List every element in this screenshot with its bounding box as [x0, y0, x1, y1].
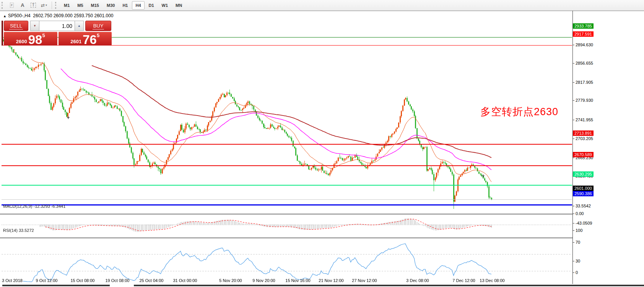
dropdown-caret-icon: ▾ [46, 3, 47, 7]
axis-tick-mark [573, 223, 574, 223]
timeframe-button-mn[interactable]: MN [172, 1, 185, 10]
caret-up-icon: ▲ [78, 24, 81, 28]
price-tick: 2856.655 [576, 60, 593, 66]
one-click-trading-panel: SELL ▼ ▲ BUY 2600985 2601765 [2, 21, 112, 46]
rsi-scale-tick: 30 [576, 258, 580, 264]
chart-title: ▲SP500-,H4 2602.750 2609.000 2593.750 26… [3, 13, 114, 18]
time-label: 31 Oct 00:00 [173, 278, 197, 283]
macd-scale-tick: 0.00 [576, 211, 584, 216]
timeframe-button-w1[interactable]: W1 [158, 1, 172, 10]
font-tool-icon[interactable]: A [18, 1, 28, 10]
price-level-label: 2590.386 [573, 191, 594, 196]
time-label: 9 Oct 12:00 [36, 278, 58, 283]
price-tick: 2779.930 [576, 98, 593, 103]
trade-panel-price-row: 2600985 2601765 [4, 32, 112, 46]
time-label: 3 Oct 2018 [2, 278, 23, 283]
mt4-application: { "toolbar": { "icons": [ {"name":"tile-… [0, 0, 644, 287]
axis-tick-mark [573, 261, 574, 261]
time-label: 13 Dec 08:00 [480, 278, 504, 283]
time-label: 21 Nov 12:00 [319, 278, 343, 283]
buy-button[interactable]: BUY [85, 21, 111, 31]
object-select-tool-icon-glyph: ⇄ [41, 3, 45, 8]
time-axis[interactable]: 3 Oct 20189 Oct 12:0015 Oct 08:0019 Oct … [0, 277, 572, 284]
chart-collapse-icon[interactable]: ▲ [3, 14, 7, 18]
time-label: 7 Dec 12:00 [452, 278, 475, 283]
timeframe-button-d1[interactable]: D1 [145, 1, 158, 10]
time-label: 9 Nov 20:00 [252, 278, 275, 283]
axis-tick-mark [573, 206, 574, 206]
drawing-tools-group: FAT⇄▾ [7, 1, 49, 10]
axis-tick-mark [573, 158, 574, 158]
price-tick: 2817.905 [576, 80, 593, 85]
time-label: 15 Oct 08:00 [71, 278, 95, 283]
toolbar-separator [52, 2, 52, 9]
time-label: 15 Nov 16:00 [285, 278, 310, 283]
time-label: 25 Oct 04:00 [140, 278, 164, 283]
chart-window [0, 11, 644, 287]
time-label: 27 Nov 12:00 [352, 278, 377, 283]
rsi-scale-tick: 70 [576, 240, 580, 245]
object-select-tool-icon[interactable]: ⇄▾ [39, 1, 49, 10]
axis-tick-mark [573, 272, 574, 273]
macd-indicator-label: MACD(12,26,9) -12.3293 -6.3441 [3, 204, 65, 209]
caret-down-icon: ▼ [33, 24, 36, 28]
sell-price-prefix: 2600 [16, 38, 27, 45]
timeframe-button-m15[interactable]: M15 [88, 1, 102, 10]
timeframe-button-m30[interactable]: M30 [103, 1, 118, 10]
price-level-label: 2713.891 [573, 130, 594, 136]
price-level-label: 2630.295 [573, 171, 594, 177]
rsi-scale-tick: 0 [576, 270, 578, 275]
chart-symbol-period: SP500-,H4 [8, 13, 31, 18]
volume-increase-button[interactable]: ▲ [75, 21, 84, 31]
time-label: 19 Oct 08:00 [106, 278, 130, 283]
text-label-tool-icon[interactable]: T [28, 1, 38, 10]
sell-price-box[interactable]: 2600985 [4, 32, 57, 46]
price-tick: 2894.630 [576, 42, 593, 47]
font-tool-icon-glyph: A [21, 2, 24, 8]
toolbar: FAT⇄▾ M1M5M15M30H1H4D1W1MN [0, 0, 644, 11]
background-window-edge [134, 285, 644, 286]
price-tick: 2741.955 [576, 117, 593, 122]
rsi-indicator-label: RSI(14) 33.5272 [3, 228, 34, 233]
sell-button[interactable]: SELL [4, 21, 28, 31]
price-level-label: 2670.589 [573, 152, 594, 157]
price-level-label: 2933.785 [573, 23, 594, 29]
buy-price-prefix: 2601 [70, 38, 81, 45]
time-label: 3 Dec 08:00 [406, 278, 429, 283]
chart-canvas[interactable] [0, 22, 572, 287]
time-label: 5 Nov 20:00 [219, 278, 242, 283]
background-window-edge [2, 285, 110, 286]
axis-tick-mark [573, 120, 574, 120]
axis-tick-mark [573, 214, 574, 214]
price-level-label: 2917.591 [573, 31, 594, 37]
buy-price-sup: 5 [97, 33, 99, 38]
macd-scale-tick: 33.5542 [576, 203, 591, 209]
timeframe-button-h1[interactable]: H1 [119, 1, 131, 10]
timeframe-group: M1M5M15M30H1H4D1W1MN [60, 1, 186, 10]
tile-windows-icon[interactable]: F [7, 1, 17, 10]
axis-tick-mark [573, 100, 574, 101]
timeframe-button-m1[interactable]: M1 [60, 1, 73, 10]
axis-tick-mark [573, 230, 574, 231]
axis-tick-mark [573, 139, 574, 139]
volume-input[interactable] [39, 21, 75, 31]
axis-tick-mark [573, 82, 574, 83]
toolbar-grip[interactable] [55, 2, 59, 9]
axis-tick-mark [573, 242, 574, 243]
tile-windows-icon-glyph: F [10, 3, 14, 8]
axis-tick-mark [573, 63, 574, 64]
buy-price-box[interactable]: 2601765 [59, 32, 112, 46]
volume-decrease-button[interactable]: ▼ [30, 21, 39, 31]
toolbar-grip[interactable] [2, 2, 5, 9]
price-axis[interactable]: 2894.6302856.6552817.9052779.9302741.955… [572, 0, 644, 287]
timeframe-button-h4[interactable]: H4 [132, 1, 144, 10]
volume-spinner: ▼ ▲ [30, 21, 84, 31]
axis-tick-mark [573, 45, 574, 45]
timeframe-button-m5[interactable]: M5 [74, 1, 86, 10]
rsi-scale-tick: 100 [576, 228, 582, 233]
price-level-label: 2601.000 [573, 186, 594, 191]
trade-panel-top-row: SELL ▼ ▲ BUY [4, 21, 112, 31]
price-tick: 2703.205 [576, 136, 593, 141]
chart-ohlc-values: 2602.750 2609.000 2593.750 2601.000 [33, 13, 113, 18]
sell-price-big: 98 [28, 35, 42, 45]
